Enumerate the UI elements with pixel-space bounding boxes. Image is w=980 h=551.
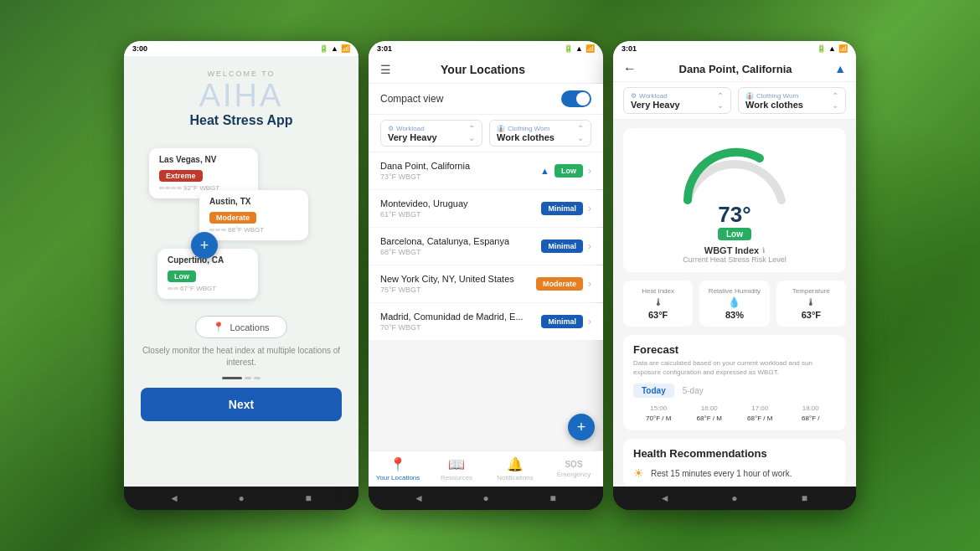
gauge-container: 73° Low WBGT Index ℹ Current Heat Stress… bbox=[623, 128, 846, 272]
temperature-icon: 🌡 bbox=[806, 296, 816, 308]
compact-view-label: Compact view bbox=[380, 93, 443, 105]
temperature-card: Temperature 🌡 63°F bbox=[776, 281, 846, 327]
clothing-selector-2[interactable]: 👔 Clothing Worn Work clothes ⌃⌄ bbox=[489, 120, 591, 147]
madrid-name: Madrid, Comunidad de Madrid, E... bbox=[380, 312, 524, 322]
welcome-to-label: WELCOME TO bbox=[207, 70, 275, 78]
forecast-tab-5day[interactable]: 5-day bbox=[674, 384, 712, 398]
austin-badge: Moderate bbox=[209, 212, 256, 224]
health-card: Health Recommendations ☀ Rest 15 minutes… bbox=[623, 439, 846, 487]
your-locations-label: Your Locations bbox=[376, 474, 420, 481]
hamburger-menu-icon[interactable]: ☰ bbox=[380, 63, 391, 76]
navigate-icon-1: ▲ bbox=[540, 166, 549, 176]
emergency-label: Emergency bbox=[557, 471, 591, 478]
recents-nav-btn[interactable]: ■ bbox=[300, 490, 317, 507]
heat-index-value: 63°F bbox=[648, 310, 668, 320]
compact-view-toggle[interactable] bbox=[561, 90, 591, 107]
status-bar-3: 3:01 🔋 ▲ 📶 bbox=[613, 41, 856, 56]
workload-arrows: ⌃⌄ bbox=[468, 124, 475, 142]
locations-button[interactable]: 📍 Locations bbox=[195, 316, 286, 338]
wifi-icon-3: ▲ bbox=[828, 44, 836, 53]
cupertino-wbgt: 67°F WBGT bbox=[168, 285, 248, 292]
clothing-value-2: Work clothes bbox=[497, 132, 577, 142]
battery-icon-3: 🔋 bbox=[817, 44, 826, 53]
back-button[interactable]: ← bbox=[623, 61, 637, 76]
location-pin-icon: 📍 bbox=[213, 322, 224, 332]
forecast-tab-today[interactable]: Today bbox=[633, 384, 674, 398]
forecast-hours: 15:00 70°F / M 16:00 68°F / M 17:00 68°F… bbox=[633, 404, 836, 422]
workload-value-2: Very Heavy bbox=[388, 132, 468, 142]
welcome-content: WELCOME TO AIHA Heat Stress App Las Vega… bbox=[124, 56, 358, 487]
back-nav-btn-3[interactable]: ◄ bbox=[657, 490, 673, 507]
time-1: 3:00 bbox=[132, 44, 147, 53]
bottom-bar-1: ◄ ● ■ bbox=[124, 487, 358, 510]
heat-index-icon: 🌡 bbox=[653, 296, 663, 308]
home-nav-btn[interactable]: ● bbox=[233, 490, 250, 507]
nav-your-locations[interactable]: 📍 Your Locations bbox=[369, 451, 427, 487]
list-item-dana-point[interactable]: Dana Point, California 73°F WBGT ▲ Low › bbox=[369, 152, 603, 189]
status-bar-1: 3:00 🔋 ▲ 📶 bbox=[124, 41, 358, 56]
next-button[interactable]: Next bbox=[141, 388, 342, 421]
screen2: 3:01 🔋 ▲ 📶 ☰ Your Locations Compact view bbox=[369, 41, 603, 487]
home-nav-btn-3[interactable]: ● bbox=[726, 490, 743, 507]
nyc-badge: Moderate bbox=[536, 277, 583, 291]
metrics-row: Heat Index 🌡 63°F Relative Humidity 💧 83… bbox=[623, 281, 846, 327]
signal-icon-2: 📶 bbox=[585, 44, 595, 53]
recents-nav-btn-2[interactable]: ■ bbox=[544, 490, 561, 507]
nav-notifications[interactable]: 🔔 Notifications bbox=[486, 451, 544, 487]
workload-value-3: Very Heavy bbox=[631, 100, 717, 110]
status-icons-2: 🔋 ▲ 📶 bbox=[564, 44, 595, 53]
health-rec-1: ☀ Rest 15 minutes every 1 hour of work. bbox=[633, 466, 836, 480]
heat-index-label: Heat Index bbox=[642, 287, 674, 295]
status-icons-3: 🔋 ▲ 📶 bbox=[817, 44, 848, 53]
forecast-title: Forecast bbox=[633, 343, 836, 356]
chevron-right-5: › bbox=[588, 316, 591, 327]
list-item-montevideo[interactable]: Montevideo, Uruguay 61°F WBGT Minimal › bbox=[369, 190, 603, 227]
navigate-button[interactable]: ▲ bbox=[834, 62, 846, 75]
chevron-right-2: › bbox=[588, 203, 591, 214]
workload-selector-2[interactable]: ⚙ Workload Very Heavy ⌃⌄ bbox=[380, 120, 482, 147]
info-icon: ℹ bbox=[762, 246, 765, 255]
list-item-barcelona[interactable]: Barcelona, Catalunya, Espanya 68°F WBGT … bbox=[369, 228, 603, 265]
cupertino-badge: Low bbox=[168, 270, 196, 282]
fab-add-location[interactable]: + bbox=[568, 414, 595, 440]
progress-dot-1 bbox=[222, 377, 242, 379]
gauge-value: 73° bbox=[718, 202, 750, 228]
back-nav-btn[interactable]: ◄ bbox=[166, 490, 183, 507]
battery-icon-2: 🔋 bbox=[564, 44, 573, 53]
back-nav-btn-2[interactable]: ◄ bbox=[410, 490, 427, 507]
clothing-label-2: 👔 Clothing Worn bbox=[497, 125, 577, 132]
workload-selector-3[interactable]: ⚙ Workload Very Heavy ⌃⌄ bbox=[623, 87, 731, 114]
gauge-sublabel: Current Heat Stress Risk Level bbox=[683, 255, 787, 264]
time-2: 3:01 bbox=[377, 44, 392, 53]
barcelona-wbgt: 68°F WBGT bbox=[380, 248, 509, 256]
nav-resources[interactable]: 📖 Resources bbox=[427, 451, 486, 487]
clothing-value-3: Work clothes bbox=[745, 100, 832, 110]
progress-dot-3 bbox=[254, 377, 260, 379]
list-item-nyc[interactable]: New York City, NY, United States 75°F WB… bbox=[369, 265, 603, 302]
screen3-header: ← Dana Point, California ▲ bbox=[613, 56, 856, 82]
app-name: AIHA bbox=[199, 80, 284, 111]
resources-label: Resources bbox=[441, 474, 472, 481]
forecast-val-4: 68°F / bbox=[786, 415, 837, 422]
dana-point-badge: Low bbox=[554, 164, 583, 178]
health-title: Health Recommendations bbox=[633, 447, 836, 460]
home-nav-btn-2[interactable]: ● bbox=[477, 490, 494, 507]
locations-button-container: 📍 Locations bbox=[195, 316, 286, 338]
clothing-selector-3[interactable]: 👔 Clothing Worn Work clothes ⌃⌄ bbox=[738, 87, 846, 114]
progress-dots bbox=[222, 377, 260, 379]
time-3: 3:01 bbox=[622, 44, 637, 53]
heat-index-card: Heat Index 🌡 63°F bbox=[623, 281, 693, 327]
fab-add-button[interactable]: + bbox=[191, 232, 218, 259]
montevideo-name: Montevideo, Uruguay bbox=[380, 198, 468, 209]
nav-emergency[interactable]: SOS Emergency bbox=[544, 451, 603, 487]
barcelona-name: Barcelona, Catalunya, Espanya bbox=[380, 236, 509, 246]
forecast-hour-2: 16:00 68°F / M bbox=[684, 404, 735, 422]
workload-row-3: ⚙ Workload Very Heavy ⌃⌄ 👔 Clothing Worn… bbox=[613, 82, 856, 120]
madrid-wbgt: 70°F WBGT bbox=[380, 323, 524, 332]
screen2-frame: 3:01 🔋 ▲ 📶 ☰ Your Locations Compact view bbox=[369, 41, 603, 510]
list-item-madrid[interactable]: Madrid, Comunidad de Madrid, E... 70°F W… bbox=[369, 303, 603, 340]
notifications-icon: 🔔 bbox=[507, 456, 524, 472]
recents-nav-btn-3[interactable]: ■ bbox=[796, 490, 812, 507]
forecast-time-4: 18:00 bbox=[786, 404, 837, 412]
nyc-name: New York City, NY, United States bbox=[380, 274, 514, 284]
